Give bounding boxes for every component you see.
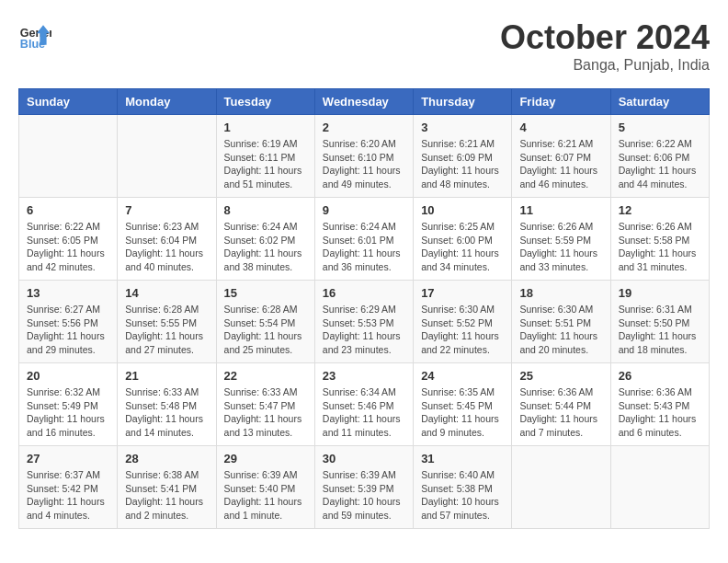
page-header: General Blue October 2024 Banga, Punjab,…: [18, 18, 710, 74]
day-number: 23: [323, 369, 405, 383]
day-number: 18: [519, 286, 602, 300]
calendar-cell: 12Sunrise: 6:26 AM Sunset: 5:58 PM Dayli…: [610, 198, 709, 281]
location-title: Banga, Punjab, India: [500, 57, 710, 74]
logo: General Blue: [18, 18, 51, 52]
day-info: Sunrise: 6:36 AM Sunset: 5:44 PM Dayligh…: [519, 385, 602, 440]
calendar-cell: [118, 115, 216, 198]
week-row-3: 13Sunrise: 6:27 AM Sunset: 5:56 PM Dayli…: [19, 281, 710, 363]
week-row-5: 27Sunrise: 6:37 AM Sunset: 5:42 PM Dayli…: [19, 446, 710, 529]
day-number: 8: [224, 203, 307, 217]
calendar-cell: 5Sunrise: 6:22 AM Sunset: 6:06 PM Daylig…: [610, 115, 709, 198]
calendar-cell: 18Sunrise: 6:30 AM Sunset: 5:51 PM Dayli…: [512, 281, 610, 363]
week-row-4: 20Sunrise: 6:32 AM Sunset: 5:49 PM Dayli…: [19, 363, 710, 446]
day-number: 11: [519, 203, 602, 217]
day-info: Sunrise: 6:34 AM Sunset: 5:46 PM Dayligh…: [323, 385, 405, 440]
weekday-header-friday: Friday: [512, 89, 610, 115]
day-info: Sunrise: 6:21 AM Sunset: 6:07 PM Dayligh…: [519, 137, 602, 191]
calendar-cell: 1Sunrise: 6:19 AM Sunset: 6:11 PM Daylig…: [216, 115, 314, 198]
calendar-table: SundayMondayTuesdayWednesdayThursdayFrid…: [18, 88, 710, 529]
day-info: Sunrise: 6:39 AM Sunset: 5:39 PM Dayligh…: [323, 468, 405, 523]
day-info: Sunrise: 6:24 AM Sunset: 6:01 PM Dayligh…: [323, 220, 405, 274]
day-info: Sunrise: 6:27 AM Sunset: 5:56 PM Dayligh…: [27, 303, 109, 357]
day-info: Sunrise: 6:25 AM Sunset: 6:00 PM Dayligh…: [421, 220, 504, 274]
day-number: 24: [421, 369, 504, 383]
calendar-cell: [19, 115, 118, 198]
weekday-header-wednesday: Wednesday: [314, 89, 413, 115]
calendar-cell: [512, 446, 610, 529]
day-info: Sunrise: 6:32 AM Sunset: 5:49 PM Dayligh…: [27, 385, 109, 440]
day-info: Sunrise: 6:37 AM Sunset: 5:42 PM Dayligh…: [27, 468, 109, 523]
day-info: Sunrise: 6:23 AM Sunset: 6:04 PM Dayligh…: [125, 220, 208, 274]
calendar-cell: 11Sunrise: 6:26 AM Sunset: 5:59 PM Dayli…: [512, 198, 610, 281]
day-number: 12: [619, 203, 701, 217]
day-info: Sunrise: 6:39 AM Sunset: 5:40 PM Dayligh…: [224, 468, 307, 523]
weekday-header-thursday: Thursday: [414, 89, 512, 115]
day-info: Sunrise: 6:26 AM Sunset: 5:58 PM Dayligh…: [619, 220, 701, 274]
day-info: Sunrise: 6:26 AM Sunset: 5:59 PM Dayligh…: [519, 220, 602, 274]
calendar-cell: 24Sunrise: 6:35 AM Sunset: 5:45 PM Dayli…: [414, 363, 512, 446]
calendar-cell: 21Sunrise: 6:33 AM Sunset: 5:48 PM Dayli…: [118, 363, 216, 446]
weekday-header-tuesday: Tuesday: [216, 89, 314, 115]
calendar-cell: 2Sunrise: 6:20 AM Sunset: 6:10 PM Daylig…: [314, 115, 413, 198]
day-info: Sunrise: 6:40 AM Sunset: 5:38 PM Dayligh…: [421, 468, 504, 523]
day-info: Sunrise: 6:19 AM Sunset: 6:11 PM Dayligh…: [224, 137, 307, 191]
day-number: 15: [224, 286, 307, 300]
day-number: 14: [125, 286, 208, 300]
calendar-cell: 20Sunrise: 6:32 AM Sunset: 5:49 PM Dayli…: [19, 363, 118, 446]
day-number: 9: [323, 203, 405, 217]
calendar-cell: 10Sunrise: 6:25 AM Sunset: 6:00 PM Dayli…: [414, 198, 512, 281]
calendar-cell: 26Sunrise: 6:36 AM Sunset: 5:43 PM Dayli…: [610, 363, 709, 446]
calendar-cell: 14Sunrise: 6:28 AM Sunset: 5:55 PM Dayli…: [118, 281, 216, 363]
calendar-cell: 13Sunrise: 6:27 AM Sunset: 5:56 PM Dayli…: [19, 281, 118, 363]
day-number: 5: [619, 121, 701, 134]
day-info: Sunrise: 6:31 AM Sunset: 5:50 PM Dayligh…: [619, 303, 701, 357]
week-row-1: 1Sunrise: 6:19 AM Sunset: 6:11 PM Daylig…: [19, 115, 710, 198]
day-number: 27: [27, 452, 109, 465]
day-number: 26: [619, 369, 701, 383]
day-number: 21: [125, 369, 208, 383]
day-info: Sunrise: 6:38 AM Sunset: 5:41 PM Dayligh…: [125, 468, 208, 523]
weekday-header-row: SundayMondayTuesdayWednesdayThursdayFrid…: [19, 89, 710, 115]
weekday-header-sunday: Sunday: [19, 89, 118, 115]
day-info: Sunrise: 6:36 AM Sunset: 5:43 PM Dayligh…: [619, 385, 701, 440]
day-number: 25: [519, 369, 602, 383]
day-number: 19: [619, 286, 701, 300]
day-number: 7: [125, 203, 208, 217]
day-number: 1: [224, 121, 307, 134]
day-number: 22: [224, 369, 307, 383]
day-number: 4: [519, 121, 602, 134]
calendar-cell: 16Sunrise: 6:29 AM Sunset: 5:53 PM Dayli…: [314, 281, 413, 363]
day-number: 30: [323, 452, 405, 465]
day-number: 16: [323, 286, 405, 300]
day-info: Sunrise: 6:28 AM Sunset: 5:55 PM Dayligh…: [125, 303, 208, 357]
day-info: Sunrise: 6:30 AM Sunset: 5:52 PM Dayligh…: [421, 303, 504, 357]
day-number: 29: [224, 452, 307, 465]
day-number: 17: [421, 286, 504, 300]
day-info: Sunrise: 6:21 AM Sunset: 6:09 PM Dayligh…: [421, 137, 504, 191]
calendar-cell: 15Sunrise: 6:28 AM Sunset: 5:54 PM Dayli…: [216, 281, 314, 363]
day-number: 31: [421, 452, 504, 465]
day-info: Sunrise: 6:35 AM Sunset: 5:45 PM Dayligh…: [421, 385, 504, 440]
day-number: 13: [27, 286, 109, 300]
day-number: 3: [421, 121, 504, 134]
day-info: Sunrise: 6:33 AM Sunset: 5:47 PM Dayligh…: [224, 385, 307, 440]
calendar-cell: [610, 446, 709, 529]
calendar-cell: 6Sunrise: 6:22 AM Sunset: 6:05 PM Daylig…: [19, 198, 118, 281]
calendar-cell: 8Sunrise: 6:24 AM Sunset: 6:02 PM Daylig…: [216, 198, 314, 281]
day-number: 28: [125, 452, 208, 465]
calendar-cell: 30Sunrise: 6:39 AM Sunset: 5:39 PM Dayli…: [314, 446, 413, 529]
day-info: Sunrise: 6:28 AM Sunset: 5:54 PM Dayligh…: [224, 303, 307, 357]
calendar-cell: 9Sunrise: 6:24 AM Sunset: 6:01 PM Daylig…: [314, 198, 413, 281]
week-row-2: 6Sunrise: 6:22 AM Sunset: 6:05 PM Daylig…: [19, 198, 710, 281]
weekday-header-saturday: Saturday: [610, 89, 709, 115]
calendar-cell: 19Sunrise: 6:31 AM Sunset: 5:50 PM Dayli…: [610, 281, 709, 363]
month-title: October 2024: [500, 18, 710, 57]
day-info: Sunrise: 6:30 AM Sunset: 5:51 PM Dayligh…: [519, 303, 602, 357]
logo-icon: General Blue: [18, 18, 51, 52]
title-block: October 2024 Banga, Punjab, India: [500, 18, 710, 74]
day-info: Sunrise: 6:33 AM Sunset: 5:48 PM Dayligh…: [125, 385, 208, 440]
calendar-cell: 7Sunrise: 6:23 AM Sunset: 6:04 PM Daylig…: [118, 198, 216, 281]
day-info: Sunrise: 6:20 AM Sunset: 6:10 PM Dayligh…: [323, 137, 405, 191]
calendar-cell: 27Sunrise: 6:37 AM Sunset: 5:42 PM Dayli…: [19, 446, 118, 529]
calendar-cell: 31Sunrise: 6:40 AM Sunset: 5:38 PM Dayli…: [414, 446, 512, 529]
